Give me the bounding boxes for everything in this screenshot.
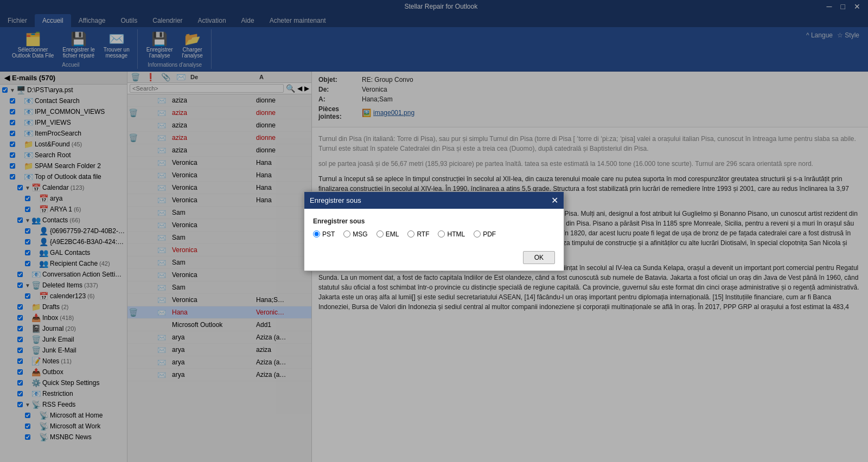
- format-radio-rtf[interactable]: [407, 230, 414, 238]
- format-radio-group: PST MSG EML RTF HTML PDF: [313, 230, 555, 238]
- format-option-pst[interactable]: PST: [313, 230, 335, 238]
- modal-title: Enregistrer sous: [310, 196, 361, 204]
- modal-footer: OK: [304, 247, 564, 271]
- format-radio-msg[interactable]: [343, 230, 350, 238]
- format-label-html: HTML: [447, 230, 465, 238]
- modal-title-bar: Enregistrer sous ✕: [304, 192, 564, 209]
- modal-body: Enregistrer sous PST MSG EML RTF HTML PD…: [304, 209, 564, 247]
- format-radio-pst[interactable]: [313, 230, 320, 238]
- format-radio-pdf[interactable]: [474, 230, 481, 238]
- format-option-msg[interactable]: MSG: [343, 230, 367, 238]
- format-label-msg: MSG: [353, 230, 367, 238]
- ok-button[interactable]: OK: [523, 251, 555, 264]
- format-label-rtf: RTF: [417, 230, 429, 238]
- format-radio-html[interactable]: [438, 230, 445, 238]
- format-label-pdf: PDF: [483, 230, 496, 238]
- format-radio-eml[interactable]: [376, 230, 384, 238]
- format-option-eml[interactable]: EML: [376, 230, 399, 238]
- save-as-modal: Enregistrer sous ✕ Enregistrer sous PST …: [304, 191, 564, 271]
- modal-overlay: Enregistrer sous ✕ Enregistrer sous PST …: [0, 0, 868, 462]
- format-label-pst: PST: [322, 230, 335, 238]
- format-option-pdf[interactable]: PDF: [474, 230, 496, 238]
- format-label-eml: EML: [386, 230, 399, 238]
- modal-close-button[interactable]: ✕: [551, 195, 558, 206]
- format-option-rtf[interactable]: RTF: [407, 230, 429, 238]
- modal-section-label: Enregistrer sous: [313, 217, 555, 225]
- format-option-html[interactable]: HTML: [438, 230, 465, 238]
